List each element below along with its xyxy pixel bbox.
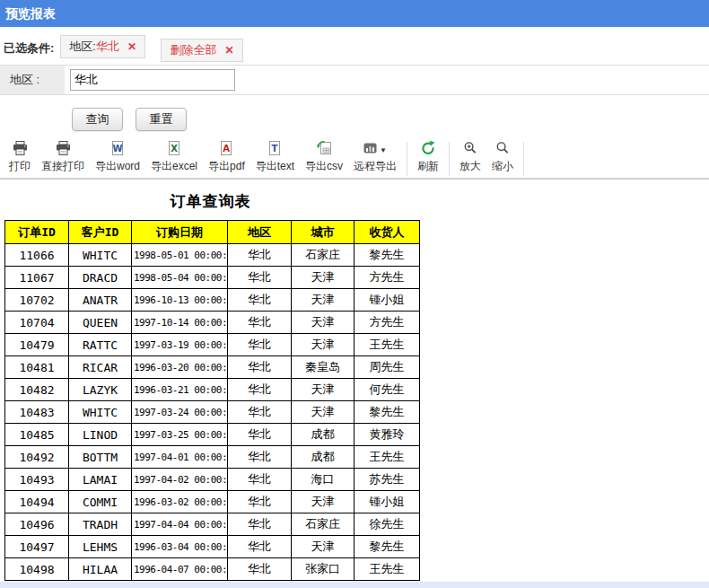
csv-doc-icon	[317, 141, 332, 159]
table-cell: 1997-03-24 00:00:	[132, 401, 228, 424]
table-cell: 10482	[5, 379, 69, 401]
order-table: 订单ID客户ID订购日期地区城市收货人 11066WHITC1998-05-01…	[4, 220, 420, 581]
toolbar-item-zoom-out[interactable]: 缩小	[492, 142, 513, 174]
header-cell: 城市	[292, 221, 354, 244]
table-cell: 王先生	[354, 558, 420, 581]
table-cell: 1997-04-02 00:00:	[132, 469, 228, 491]
table-cell: 10496	[5, 513, 69, 536]
table-cell: 天津	[292, 401, 354, 424]
toolbar-item-remote-export[interactable]: ▼ 远程导出	[354, 142, 397, 174]
toolbar-item-export-pdf[interactable]: A 导出pdf	[208, 142, 245, 174]
table-cell: 1997-03-25 00:00:	[132, 424, 228, 446]
printer-icon	[13, 141, 28, 160]
toolbar-item-refresh[interactable]: 刷新	[417, 142, 439, 174]
toolbar-item-export-excel[interactable]: X 导出excel	[151, 142, 197, 174]
filter-tag[interactable]: 删除全部 ✕	[161, 39, 242, 62]
toolbar-item-label: 导出word	[95, 159, 140, 174]
table-row: 11066WHITC1998-05-01 00:00:华北石家庄黎先生	[5, 244, 420, 267]
table-row: 10496TRADH1997-04-04 00:00:华北石家庄徐先生	[5, 513, 420, 536]
toolbar-item-label: 直接打印	[41, 159, 84, 174]
table-cell: 成都	[292, 424, 354, 446]
close-icon[interactable]: ✕	[127, 41, 136, 52]
table-cell: 10483	[5, 401, 69, 424]
filter-tag-value: 华北	[96, 39, 119, 55]
table-cell: 11066	[5, 244, 69, 267]
table-cell: 1997-04-04 00:00:	[132, 513, 228, 536]
toolbar-item-print[interactable]: 打印	[9, 142, 31, 174]
table-cell: WHITC	[69, 244, 132, 267]
selected-conditions-label: 已选条件:	[4, 40, 54, 57]
toolbar-item-label: 放大	[460, 159, 481, 174]
table-cell: 华北	[228, 558, 292, 581]
table-row: 10494COMMI1996-03-02 00:00:华北天津锺小姐	[5, 491, 420, 513]
toolbar-item-direct-print[interactable]: 直接打印	[41, 142, 84, 174]
table-cell: 1996-04-07 00:00:	[132, 558, 228, 581]
close-icon[interactable]: ✕	[224, 45, 233, 56]
table-cell: BOTTM	[69, 446, 132, 469]
table-cell: 10704	[5, 312, 69, 334]
table-row: 10497LEHMS1996-03-04 00:00:华北天津黎先生	[5, 536, 420, 558]
table-cell: 10492	[5, 446, 69, 469]
table-cell: 锺小姐	[354, 491, 420, 513]
region-input[interactable]	[70, 69, 235, 91]
toolbar-item-export-csv[interactable]: 导出csv	[305, 142, 343, 174]
table-cell: 黎先生	[354, 401, 420, 424]
toolbar-item-label: 导出csv	[305, 159, 343, 174]
table-cell: 1998-05-04 00:00:	[132, 267, 228, 289]
filter-form-row: 地区 :	[0, 65, 709, 95]
remote-export-icon	[363, 142, 377, 158]
table-cell: 天津	[292, 267, 354, 289]
table-cell: 华北	[228, 289, 292, 312]
table-row: 11067DRACD1998-05-04 00:00:华北天津方先生	[5, 267, 420, 289]
table-cell: 10493	[5, 469, 69, 491]
table-cell: DRACD	[69, 267, 132, 289]
table-cell: 1996-10-13 00:00:	[132, 289, 228, 312]
svg-text:A: A	[223, 144, 231, 154]
toolbar-item-label: 导出excel	[151, 159, 197, 174]
word-doc-icon: W	[110, 141, 125, 159]
toolbar-separator	[449, 142, 450, 176]
table-cell: 锺小姐	[354, 289, 420, 312]
table-row: 10483WHITC1997-03-24 00:00:华北天津黎先生	[5, 401, 420, 424]
page-bottom-strip	[0, 582, 709, 588]
table-cell: 方先生	[354, 312, 420, 334]
table-cell: 天津	[292, 536, 354, 558]
table-cell: COMMI	[69, 491, 132, 513]
reset-button[interactable]: 重置	[136, 108, 187, 131]
table-cell: 华北	[228, 334, 292, 356]
page-title: 预览报表	[0, 0, 709, 27]
pdf-doc-icon: A	[219, 141, 233, 159]
toolbar-item-zoom-in[interactable]: 放大	[460, 142, 481, 174]
toolbar-item-label: 远程导出	[354, 159, 397, 174]
table-cell: 10497	[5, 536, 69, 558]
table-row: 10493LAMAI1997-04-02 00:00:华北海口苏先生	[5, 469, 420, 491]
table-cell: 10481	[5, 356, 69, 379]
printer-icon	[56, 141, 71, 160]
table-row: 10482LAZYK1996-03-21 00:00:华北天津何先生	[5, 379, 420, 401]
filter-tag[interactable]: 地区: 华北 ✕	[60, 35, 145, 58]
toolbar-item-export-word[interactable]: W 导出word	[95, 142, 140, 174]
table-cell: HILAA	[69, 558, 132, 581]
table-cell: 天津	[292, 289, 354, 312]
toolbar-item-export-text[interactable]: T 导出text	[256, 142, 294, 174]
table-cell: 华北	[228, 379, 292, 401]
table-cell: 王先生	[354, 334, 420, 356]
table-cell: 黄雅玲	[354, 424, 420, 446]
form-actions: 查询 重置	[72, 108, 187, 131]
table-cell: 华北	[228, 491, 292, 513]
table-cell: 秦皇岛	[292, 356, 354, 379]
text-doc-icon: T	[267, 141, 282, 159]
table-cell: QUEEN	[69, 312, 132, 334]
filter-tag-prefix: 地区:	[69, 39, 96, 55]
table-cell: 张家口	[292, 558, 354, 581]
table-cell: RICAR	[69, 356, 132, 379]
svg-text:W: W	[112, 144, 122, 154]
table-cell: ANATR	[69, 289, 132, 312]
report-toolbar: 打印 直接打印 W 导出word X 导出excel A 导出pdf T 导出t…	[0, 138, 709, 180]
table-cell: TRADH	[69, 513, 132, 536]
table-cell: 方先生	[354, 267, 420, 289]
query-button[interactable]: 查询	[72, 108, 123, 131]
svg-text:X: X	[171, 144, 178, 154]
table-cell: 华北	[228, 513, 292, 536]
table-cell: 天津	[292, 491, 354, 513]
